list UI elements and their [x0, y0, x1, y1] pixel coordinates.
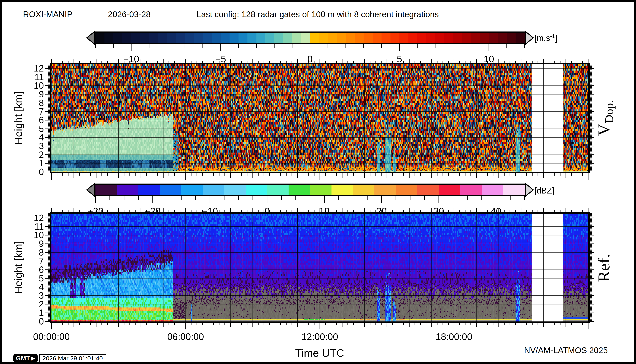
radar-config-text: Last config: 128 radar gates of 100 m wi… [197, 10, 439, 19]
gmt-logo-arrow-icon: ▶ [31, 356, 35, 361]
time-tick-label: 18:00:00 [436, 331, 472, 342]
velocity-unit-pre: [m.s [534, 33, 550, 43]
height-axis-title-bottom: Height [km] [12, 241, 24, 294]
station-name: ROXI-MANIP [23, 10, 73, 19]
gmt-logo: GMT ▶ [14, 354, 38, 362]
reflectivity-colorbar-tick-label: 30 [434, 206, 444, 216]
panel-label-vdop-sub: Dop. [603, 100, 615, 123]
velocity-unit-label: [m.s-1] [534, 33, 557, 43]
gmt-stamp-row: GMT ▶ 2026 Mar 29 01:01:40 [14, 354, 106, 362]
time-tick-label: 06:00:00 [167, 331, 204, 342]
render-timestamp-box: 2026 Mar 29 01:01:40 [39, 354, 106, 362]
height-tick-label: 12 [34, 63, 44, 74]
reflectivity-heatmap-canvas [44, 206, 598, 332]
velocity-colorbar-canvas [80, 30, 560, 55]
credit-text: NV/AM-LATMOS 2025 [524, 345, 608, 355]
reflectivity-colorbar-tick-label: 10 [319, 206, 330, 216]
reflectivity-colorbar-tick-label: 0 [264, 206, 270, 216]
reflectivity-unit-label: [dBZ] [534, 186, 554, 196]
velocity-unit-post: ] [555, 33, 557, 43]
velocity-colorbar-tick-label: −5 [215, 54, 226, 64]
height-axis-title-top: Height [km] [12, 92, 24, 144]
velocity-unit-sup: -1 [550, 33, 555, 39]
time-tick-label: 12:00:00 [301, 331, 338, 342]
panel-label-ref-main: Ref. [594, 254, 613, 282]
gmt-logo-text: GMT [16, 355, 30, 362]
time-tick-label: 00:00:00 [33, 331, 70, 342]
velocity-colorbar-tick-label: −10 [123, 54, 139, 64]
velocity-colorbar-tick-label: 0 [307, 54, 313, 64]
render-timestamp: 2026 Mar 29 01:01:40 [43, 355, 103, 362]
reflectivity-colorbar-tick-label: −20 [145, 206, 161, 216]
panel-label-vdop: VDop. [594, 100, 616, 136]
time-axis-title: Time UTC [295, 347, 344, 359]
reflectivity-colorbar-tick-label: −30 [88, 206, 103, 216]
reflectivity-colorbar-canvas [80, 182, 560, 207]
doppler-velocity-heatmap-canvas [44, 56, 598, 183]
panel-label-ref: Ref. [594, 253, 616, 282]
height-tick-label: 12 [34, 213, 44, 223]
velocity-colorbar-tick-label: 10 [484, 54, 494, 64]
figure-date: 2026-03-28 [108, 10, 151, 19]
reflectivity-colorbar-tick-label: 20 [376, 206, 387, 216]
velocity-colorbar-tick-label: 5 [397, 54, 402, 64]
panel-label-vdop-main: V [594, 124, 613, 136]
reflectivity-colorbar-tick-label: 40 [491, 206, 501, 216]
radar-quicklook-figure: ROXI-MANIP 2026-03-28 Last config: 128 r… [0, 0, 636, 364]
reflectivity-colorbar-tick-label: −10 [202, 206, 218, 216]
